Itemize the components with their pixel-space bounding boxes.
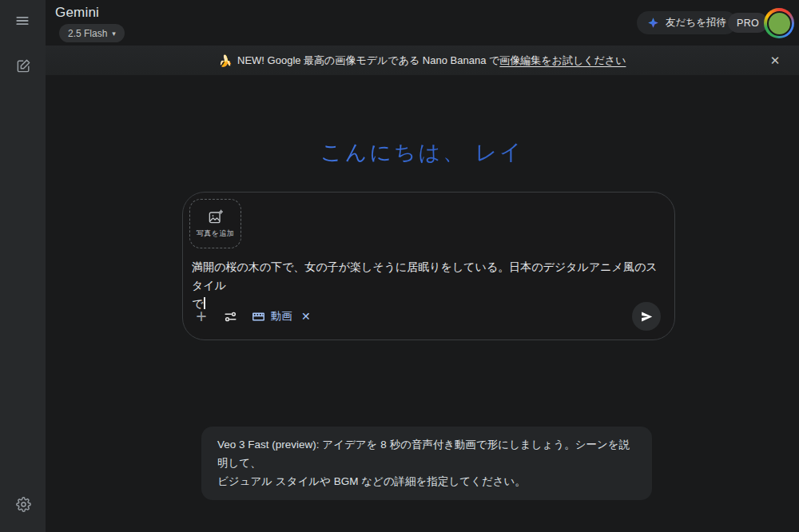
banner-close-icon[interactable]: ✕	[764, 46, 786, 75]
banana-emoji-icon: 🍌	[219, 54, 233, 67]
banner-try-link[interactable]: 画像編集をお試しください	[499, 54, 626, 68]
avatar-image	[767, 11, 792, 36]
veo-info-card: Veo 3 Fast (preview): アイデアを 8 秒の音声付き動画で形…	[201, 427, 652, 500]
sidebar	[0, 0, 46, 532]
menu-hamburger-icon[interactable]	[13, 11, 32, 30]
promo-banner: 🍌 NEW! Google 最高の画像モデルである Nano Banana で …	[46, 46, 799, 75]
video-chip-label: 動画	[271, 309, 292, 324]
video-mode-chip[interactable]: 動画 ✕	[247, 305, 316, 328]
banner-text: NEW! Google 最高の画像モデルである Nano Banana で	[237, 54, 499, 68]
sparkle-icon	[647, 17, 659, 29]
invite-friends-label: 友だちを招待	[666, 16, 726, 30]
new-chat-icon[interactable]	[14, 56, 33, 75]
pro-badge[interactable]: PRO	[728, 13, 768, 33]
image-add-icon	[208, 209, 223, 224]
video-chip-close-icon[interactable]: ✕	[301, 310, 311, 323]
settings-gear-icon[interactable]	[14, 494, 33, 514]
add-photo-button[interactable]: 写真を追加	[189, 199, 241, 248]
model-selector-dropdown[interactable]: 2.5 Flash ▾	[59, 24, 125, 42]
account-avatar[interactable]	[764, 8, 794, 38]
invite-friends-button[interactable]: 友だちを招待	[637, 11, 737, 34]
prompt-text-line1: 満開の桜の木の下で、女の子が楽しそうに居眠りをしている。日本のデジタルアニメ風の…	[192, 260, 658, 292]
send-button[interactable]	[632, 302, 661, 331]
veo-info-line1: Veo 3 Fast (preview): アイデアを 8 秒の音声付き動画で形…	[217, 435, 636, 472]
prompt-input-card: 写真を追加 満開の桜の木の下で、女の子が楽しそうに居眠りをしている。日本のデジタ…	[182, 192, 675, 340]
video-icon	[252, 310, 265, 324]
attach-plus-icon[interactable]: +	[189, 304, 214, 329]
tools-tune-icon[interactable]	[220, 306, 240, 327]
veo-info-line2: ビジュアル スタイルや BGM などの詳細を指定してください。	[217, 472, 636, 490]
app-title: Gemini	[55, 5, 99, 21]
send-icon	[639, 309, 654, 324]
model-selector-label: 2.5 Flash	[68, 28, 107, 39]
chevron-down-icon: ▾	[112, 30, 116, 38]
add-photo-label: 写真を追加	[197, 228, 235, 239]
greeting-text: こんにちは、 レイ	[46, 138, 799, 167]
prompt-toolbar: + 動画 ✕	[183, 302, 674, 331]
